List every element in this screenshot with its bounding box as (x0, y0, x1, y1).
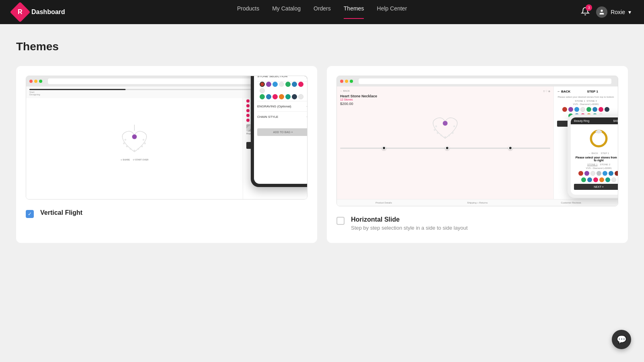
hs-phone-stone-pink[interactable] (593, 177, 598, 182)
hs-stone-select-label: Please select your desired stones from t… (557, 96, 615, 98)
hs-left-panel: ← BACK ⇧ ♡ ⊕ Heart Stone Necklace 12 Sto… (337, 86, 553, 199)
vertical-theme-label: Vertical Flight (40, 209, 83, 216)
hs-phone-stone-dark-red[interactable] (615, 171, 619, 176)
hs-tab-shipping[interactable]: Shipping + Returns (431, 200, 524, 206)
chat-button[interactable]: 💬 (612, 330, 631, 349)
hs-browser-url-bar (359, 78, 611, 84)
svg-text:↺ START OVER: ↺ START OVER (133, 158, 149, 161)
hs-phone-stone-white[interactable] (590, 171, 595, 176)
vf-step-dot-4 (246, 114, 250, 117)
svg-point-21 (452, 132, 454, 134)
hs-stone-red[interactable] (562, 107, 567, 112)
svg-point-0 (601, 10, 603, 12)
hs-phone-stone-tabs: STONE 1 STONE 2 (574, 163, 618, 166)
hs-icons: ⇧ ♡ ⊕ (543, 90, 550, 93)
hs-phone-stone-green[interactable] (581, 177, 586, 182)
phone-add-to-bag-btn[interactable]: ADD TO BAG » (257, 128, 308, 136)
check-mark: ✓ (28, 211, 32, 217)
user-name: Roxie (611, 9, 625, 15)
hs-phone-stone-purple[interactable] (584, 171, 589, 176)
hs-phone-stone-blue[interactable] (603, 171, 607, 176)
hs-stone-header-row: STONE 1 STONE 4 (557, 100, 615, 102)
hs-stone-purple[interactable] (568, 107, 573, 112)
nav-item-themes[interactable]: Themes (344, 5, 364, 19)
svg-point-26 (596, 131, 598, 133)
svg-point-10 (142, 139, 144, 141)
hs-browser-dots (340, 80, 353, 83)
svg-point-16 (434, 129, 436, 131)
hs-phone-stone-orange[interactable] (599, 177, 604, 182)
svg-point-3 (123, 142, 125, 144)
phone-step-icon-stone-sel: − (306, 76, 308, 78)
vertical-browser-content: StartDesigning (26, 86, 307, 199)
themes-grid: StartDesigning (16, 66, 628, 243)
hs-stone-dark[interactable] (605, 107, 609, 112)
user-avatar (596, 6, 607, 18)
phone-step-icon-engraving: + (306, 104, 308, 109)
hs-phone-stone-navy-2[interactable] (587, 177, 592, 182)
hs-phone-next-btn[interactable]: NEXT » (574, 184, 618, 190)
vf-step-dot-2 (246, 104, 250, 107)
notification-button[interactable]: 3 (581, 7, 590, 17)
hs-phone-stone-silver[interactable] (597, 171, 601, 176)
hs-stone-green[interactable] (586, 107, 591, 112)
page-title: Themes (16, 40, 628, 53)
phone-step-label-stone-sel: STONE SELECTION (257, 76, 287, 78)
svg-point-4 (126, 146, 128, 148)
hs-price: $200.00 (340, 102, 550, 106)
svg-point-23 (443, 121, 448, 126)
hs-dot-yellow (345, 80, 348, 83)
page-content: Themes (0, 24, 644, 283)
hs-phone-stone-navy[interactable] (609, 171, 613, 176)
hs-nav-bar: ← BACK ⇧ ♡ ⊕ (340, 90, 550, 93)
notification-badge: 3 (586, 4, 592, 11)
hs-phone-stone-white-2[interactable] (611, 177, 616, 182)
dot-green (39, 80, 42, 83)
hs-phone-header: Beauty Ring $400.00 (571, 117, 618, 124)
horizontal-phone-mockup: Beauty Ring $400.00 (568, 114, 618, 198)
svg-point-22 (453, 125, 455, 128)
svg-point-5 (130, 148, 132, 150)
nav-item-my-catalog[interactable]: My Catalog (272, 5, 301, 19)
hs-stone-white[interactable] (580, 107, 585, 112)
svg-point-12 (133, 135, 136, 139)
theme-card-vertical: StartDesigning (16, 66, 317, 243)
hs-dot-green (350, 80, 353, 83)
hs-stone-blue[interactable] (574, 107, 579, 112)
logo[interactable]: R Dashboard (13, 5, 65, 19)
header: R Dashboard ProductsMy CatalogOrdersThem… (0, 0, 644, 24)
vertical-checkbox[interactable]: ✓ (26, 210, 34, 218)
hs-price-slider (340, 148, 550, 149)
nav-item-help-center[interactable]: Help Center (377, 5, 407, 19)
horizontal-theme-option: Horizontal Slide Step by step selection … (336, 213, 618, 231)
hs-dot-red (340, 80, 343, 83)
svg-point-19 (444, 136, 446, 138)
horizontal-theme-label: Horizontal Slide (351, 216, 468, 223)
phone-step-stone-sel: STONE SELECTION − (257, 76, 308, 82)
hs-back-link: ← BACK (340, 90, 350, 93)
horizontal-theme-info: Horizontal Slide Step by step selection … (351, 216, 468, 231)
hs-stone-pink[interactable] (599, 107, 603, 112)
hs-stone-row-1 (557, 107, 615, 112)
hs-phone-stone-row-1 (574, 171, 618, 176)
user-dropdown-icon: ▾ (628, 9, 631, 15)
nav-item-orders[interactable]: Orders (314, 5, 331, 19)
hs-phone-stone-red[interactable] (578, 171, 583, 176)
phone-step-list: STONE COUNT + METAL/FINISH SELECTION + S… (254, 76, 308, 125)
nav-item-products[interactable]: Products (237, 5, 259, 19)
hs-phone-stone-teal[interactable] (605, 177, 610, 182)
hs-phone-stone1-tab: STONE 1 (587, 163, 598, 166)
vertical-theme-info: Vertical Flight (40, 209, 83, 216)
logo-letter: R (18, 8, 23, 16)
progress-start: StartDesigning (29, 91, 40, 96)
main-nav: ProductsMy CatalogOrdersThemesHelp Cente… (237, 5, 407, 19)
horizontal-theme-desc: Step by step selection style in a side t… (351, 225, 468, 231)
phone-step-label-chain: CHAIN STYLE (257, 115, 278, 119)
user-menu-button[interactable]: Roxie ▾ (596, 6, 631, 18)
hs-tab-product-details[interactable]: Product Details (337, 200, 431, 206)
svg-point-15 (435, 125, 437, 128)
hs-tab-reviews[interactable]: Customer Reviews (524, 200, 618, 206)
horizontal-checkbox[interactable] (336, 217, 345, 225)
vertical-browser-mockup: StartDesigning (26, 76, 308, 200)
hs-stone-navy[interactable] (592, 107, 597, 112)
